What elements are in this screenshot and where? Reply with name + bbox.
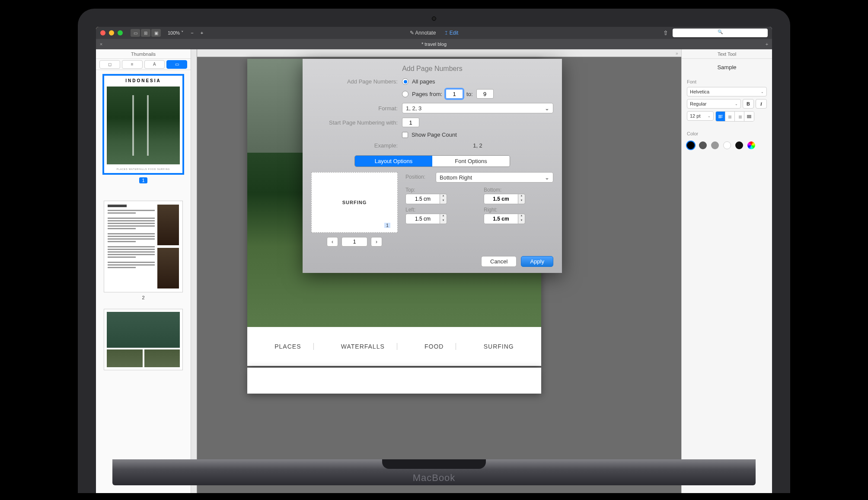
align-justify-button[interactable] — [744, 112, 754, 121]
label-example: Example: — [311, 142, 398, 149]
zoom-in-button[interactable]: + — [201, 30, 203, 35]
tab-close-button[interactable]: × — [96, 42, 106, 47]
canvas[interactable]: PLACES WATERFALLS FOOD SURFING Add Page … — [191, 49, 681, 493]
input-from-page[interactable] — [446, 89, 463, 99]
radio-pages-from[interactable] — [402, 91, 408, 97]
collapse-right-sidebar-button[interactable]: » — [676, 51, 678, 56]
sidebar-view-tabs: ◻ ≡ A ▭ — [96, 59, 191, 70]
align-right-button[interactable] — [735, 112, 744, 121]
app-window: ▭ ⊞ ▣ 100% ˅ − + ✎ Annotate 𝙸 Edit ⇧ × — [96, 27, 772, 493]
preview-page-input[interactable] — [341, 237, 367, 247]
sidebar-thumbnails-title: Thumbnails — [96, 49, 191, 59]
pencil-icon: ✎ — [410, 30, 414, 36]
label-show-page-count: Show Page Count — [412, 131, 457, 138]
label-color: Color — [687, 131, 767, 136]
label-to: to: — [466, 91, 472, 97]
close-window-button[interactable] — [100, 30, 105, 35]
zoom-select[interactable]: 100% ˅ — [168, 30, 184, 36]
select-font-family[interactable]: Helvetica⌄ — [687, 87, 767, 96]
apply-button[interactable]: Apply — [521, 256, 553, 267]
label-margin-bottom: Bottom: — [484, 187, 553, 193]
search-input[interactable] — [673, 29, 768, 37]
tab-bar: × * travel blog + — [96, 39, 772, 49]
sidebar-thumbnails: Thumbnails ◻ ≡ A ▭ INDONESIA PLACES WATE… — [96, 49, 191, 493]
select-position[interactable]: Bottom Right ⌄ — [436, 172, 553, 183]
input-margin-bottom[interactable] — [484, 194, 518, 204]
chevron-down-icon: ⌄ — [545, 105, 549, 112]
input-to-page[interactable] — [476, 89, 494, 99]
input-start-number[interactable] — [402, 118, 419, 127]
page-2-peek[interactable] — [247, 368, 541, 394]
thumbnail-title: INDONESIA — [104, 76, 182, 84]
preview-prev-button[interactable]: ‹ — [327, 237, 338, 247]
align-center-button[interactable] — [725, 112, 735, 121]
italic-button[interactable]: I — [756, 99, 767, 109]
label-format: Format: — [311, 105, 398, 112]
nav-surfing: SURFING — [472, 343, 526, 350]
label-pages-from: Pages from: — [412, 91, 442, 97]
thumbnail-page-1[interactable]: INDONESIA PLACES WATERFALLS FOOD SURFING — [104, 75, 183, 173]
input-margin-right[interactable] — [484, 214, 518, 224]
thumbnail-page-label: 1 — [139, 177, 147, 183]
label-start-with: Start Page Numbering with: — [311, 119, 398, 126]
radio-all-pages[interactable] — [402, 78, 408, 85]
stepper-right[interactable]: ▲▼ — [518, 214, 525, 224]
page-nav: PLACES WATERFALLS FOOD SURFING — [247, 327, 541, 366]
swatch-black2[interactable] — [735, 141, 743, 149]
checkbox-show-page-count[interactable] — [402, 132, 408, 138]
align-left-button[interactable] — [716, 112, 725, 121]
label-position: Position: — [405, 174, 431, 180]
nav-places: PLACES — [262, 343, 313, 350]
preview-next-button[interactable]: › — [371, 237, 382, 247]
sidebar-thumbnails-tab[interactable]: ▭ — [166, 60, 187, 69]
select-font-size[interactable]: 12 pt⌄ — [687, 111, 714, 121]
stepper-top[interactable]: ▲▼ — [440, 194, 447, 204]
chevron-down-icon: ⌄ — [735, 102, 738, 106]
zoom-out-button[interactable]: − — [191, 30, 193, 35]
text-tool-title: Text Tool — [682, 49, 772, 59]
sidebar-annotations-tab[interactable]: A — [144, 60, 165, 69]
input-margin-left[interactable] — [405, 214, 440, 224]
minimize-window-button[interactable] — [109, 30, 114, 35]
swatch-color-picker[interactable] — [747, 141, 755, 149]
dialog-title: Add Page Numbers — [303, 59, 562, 76]
edit-mode-button[interactable]: 𝙸 Edit — [444, 30, 458, 36]
view-single-button[interactable]: ▭ — [131, 29, 140, 37]
thumbnail-page-2[interactable] — [104, 201, 183, 292]
cancel-button[interactable]: Cancel — [481, 256, 517, 267]
swatch-gray[interactable] — [711, 141, 719, 149]
sidebar-bookmarks-tab[interactable]: ◻ — [99, 60, 120, 69]
preview-box: SURFING 1 ‹ › — [311, 172, 398, 247]
stepper-bottom[interactable]: ▲▼ — [518, 194, 525, 204]
stepper-left[interactable]: ▲▼ — [440, 214, 447, 224]
preview-page-number: 1 — [384, 223, 390, 228]
example-value: 1, 2 — [473, 142, 482, 149]
view-slideshow-button[interactable]: ▣ — [151, 29, 161, 37]
select-format[interactable]: 1, 2, 3 ⌄ — [402, 103, 553, 113]
select-font-style[interactable]: Regular⌄ — [687, 99, 741, 109]
tab-add-button[interactable]: + — [762, 42, 772, 47]
device-label: MacBook — [112, 472, 756, 484]
zoom-window-button[interactable] — [118, 30, 123, 35]
chevron-down-icon: ⌄ — [708, 114, 711, 118]
thumbnail-image — [107, 87, 180, 164]
nav-food: FOOD — [412, 343, 456, 350]
add-page-numbers-dialog: Add Page Numbers Add Page Numbers: All p… — [303, 59, 562, 273]
thumbnail-list[interactable]: INDONESIA PLACES WATERFALLS FOOD SURFING… — [96, 70, 191, 493]
bold-button[interactable]: B — [743, 99, 754, 109]
ruler-vertical — [191, 49, 197, 493]
tab-font-options[interactable]: Font Options — [432, 156, 510, 167]
share-button[interactable]: ⇧ — [663, 29, 668, 36]
view-grid-button[interactable]: ⊞ — [141, 29, 150, 37]
chevron-down-icon: ⌄ — [761, 90, 764, 94]
tab-layout-options[interactable]: Layout Options — [355, 156, 432, 167]
swatch-black[interactable] — [687, 141, 695, 149]
sidebar-outline-tab[interactable]: ≡ — [122, 60, 143, 69]
traffic-lights — [100, 30, 123, 35]
annotate-mode-button[interactable]: ✎ Annotate — [410, 30, 436, 36]
swatch-white[interactable] — [723, 141, 731, 149]
swatch-darkgray[interactable] — [699, 141, 707, 149]
thumbnail-heading — [108, 205, 127, 207]
thumbnail-page-3[interactable] — [104, 309, 183, 370]
input-margin-top[interactable] — [405, 194, 440, 204]
